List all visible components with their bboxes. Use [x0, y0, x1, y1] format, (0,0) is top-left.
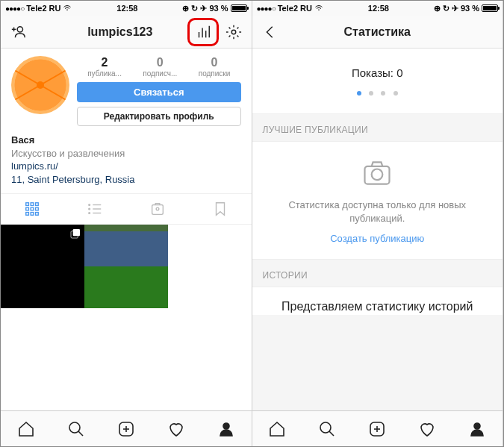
- svg-line-28: [78, 431, 83, 436]
- svg-point-24: [156, 207, 159, 210]
- section-top-posts: ЛУЧШИЕ ПУБЛИКАЦИИ: [252, 114, 503, 141]
- status-time: 12:58: [72, 4, 182, 13]
- stories-intro-title: Представляем статистику историй: [270, 299, 485, 315]
- svg-rect-25: [72, 229, 79, 236]
- nav-profile[interactable]: [217, 419, 236, 439]
- svg-point-40: [474, 423, 480, 429]
- tab-tagged[interactable]: [126, 194, 189, 224]
- impressions-card[interactable]: Показы: 0: [252, 49, 503, 114]
- insights-button-highlighted[interactable]: [187, 18, 219, 46]
- status-glyphs-icon: ⊕ ↻ ✈: [434, 4, 458, 13]
- post-item[interactable]: [1, 225, 84, 308]
- bio-link[interactable]: lumpics.ru/: [11, 160, 241, 173]
- nav-home[interactable]: [267, 419, 287, 439]
- nav-home[interactable]: [16, 419, 36, 439]
- battery-pct: 93 %: [209, 4, 228, 13]
- profile-username: lumpics123: [53, 25, 187, 39]
- signal-dots-icon: ●●●●○: [257, 4, 276, 13]
- svg-line-36: [329, 431, 334, 436]
- insights-icon: [193, 22, 214, 43]
- stat-following[interactable]: 0 подписки: [199, 56, 231, 78]
- profile-topbar: lumpics123: [1, 16, 252, 49]
- tab-saved[interactable]: [189, 194, 252, 224]
- stat-followers[interactable]: 0 подписч...: [143, 56, 177, 78]
- status-bar: ●●●●○ Tele2 RU 12:58 ⊕ ↻ ✈ 93 %: [1, 1, 252, 16]
- svg-point-34: [372, 169, 383, 181]
- feed-tabs: [1, 193, 252, 225]
- insights-screen: ●●●●○ Tele2 RU 12:58 ⊕ ↻ ✈ 93 % Статисти…: [252, 1, 504, 446]
- empty-text: Статистика доступна только для новых пуб…: [270, 199, 485, 225]
- profile-screen: ●●●●○ Tele2 RU 12:58 ⊕ ↻ ✈ 93 % lumpics1…: [1, 1, 252, 446]
- tab-list[interactable]: [63, 194, 126, 224]
- svg-rect-12: [31, 207, 34, 210]
- bio-category: Искусство и развлечения: [11, 147, 241, 160]
- posts-grid: [1, 225, 252, 308]
- nav-search[interactable]: [317, 419, 337, 439]
- svg-point-32: [223, 423, 229, 429]
- status-time: 12:58: [323, 4, 434, 13]
- nav-activity[interactable]: [167, 419, 186, 439]
- carousel-icon: [69, 228, 81, 243]
- insights-topbar: Статистика: [252, 16, 503, 49]
- page-dot: [381, 91, 385, 96]
- stat-posts[interactable]: 2 публика...: [87, 56, 122, 78]
- avatar[interactable]: [11, 56, 69, 114]
- battery-icon: [482, 4, 498, 12]
- carrier-label: Tele2 RU: [278, 4, 312, 13]
- stat-posts-label: публика...: [87, 69, 122, 78]
- stat-posts-count: 2: [87, 56, 122, 69]
- nav-activity[interactable]: [417, 419, 437, 439]
- impressions-label: Показы: 0: [252, 66, 503, 79]
- status-glyphs-icon: ⊕ ↻ ✈: [182, 4, 207, 13]
- edit-profile-button[interactable]: Редактировать профиль: [77, 107, 241, 126]
- bio-location[interactable]: 11, Saint Petersburg, Russia: [11, 173, 241, 187]
- insights-title: Статистика: [305, 25, 451, 39]
- stat-followers-count: 0: [143, 56, 177, 69]
- create-post-link[interactable]: Создать публикацию: [270, 233, 485, 244]
- nav-add[interactable]: [367, 419, 387, 439]
- carrier-label: Tele2 RU: [26, 4, 60, 13]
- nav-add[interactable]: [116, 419, 136, 439]
- svg-point-35: [320, 422, 331, 433]
- page-dot: [369, 91, 373, 96]
- contact-button[interactable]: Связаться: [77, 82, 241, 102]
- svg-point-0: [17, 26, 22, 31]
- svg-rect-13: [36, 207, 39, 210]
- svg-rect-16: [36, 213, 39, 216]
- wifi-icon: [63, 4, 72, 13]
- svg-rect-15: [31, 213, 34, 216]
- profile-stats: 2 публика... 0 подписч... 0 подписки: [77, 56, 241, 78]
- battery-icon: [231, 4, 247, 12]
- svg-point-21: [89, 213, 90, 214]
- nav-profile[interactable]: [467, 419, 487, 439]
- nav-search[interactable]: [66, 419, 86, 439]
- bottom-nav: [252, 410, 503, 446]
- svg-point-19: [89, 208, 90, 210]
- page-dot: [393, 91, 398, 96]
- status-bar: ●●●●○ Tele2 RU 12:58 ⊕ ↻ ✈ 93 %: [252, 1, 503, 16]
- svg-rect-10: [36, 203, 39, 206]
- svg-point-27: [69, 422, 80, 433]
- svg-rect-11: [26, 207, 29, 210]
- wifi-icon: [314, 4, 323, 13]
- svg-rect-9: [31, 203, 34, 206]
- svg-rect-8: [26, 203, 29, 206]
- tab-grid[interactable]: [1, 194, 63, 224]
- add-user-button[interactable]: [8, 22, 29, 43]
- stat-followers-label: подписч...: [143, 69, 177, 78]
- svg-rect-23: [152, 205, 163, 215]
- page-indicator: [252, 79, 503, 104]
- section-stories: ИСТОРИИ: [252, 260, 503, 287]
- stat-following-label: подписки: [199, 69, 231, 78]
- bio-block: Вася Искусство и развлечения lumpics.ru/…: [1, 131, 252, 193]
- bottom-nav: [1, 410, 252, 446]
- battery-pct: 93 %: [461, 4, 479, 13]
- post-item[interactable]: [84, 225, 168, 308]
- settings-button[interactable]: [223, 22, 244, 43]
- page-dot-active: [357, 91, 361, 96]
- svg-rect-14: [26, 213, 29, 216]
- bio-name: Вася: [11, 134, 241, 147]
- svg-point-17: [89, 204, 90, 206]
- stories-intro: Представляем статистику историй: [252, 287, 503, 315]
- back-button[interactable]: [260, 22, 281, 43]
